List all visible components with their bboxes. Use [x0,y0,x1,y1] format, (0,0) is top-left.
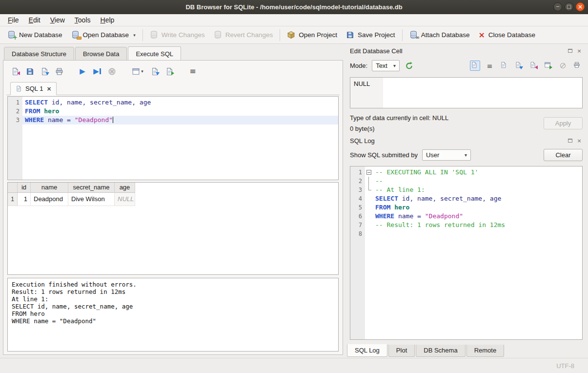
save-results-view-button[interactable] [149,65,161,77]
edit-cell-toolbar: Mode: Text ▾ ≡ [347,56,584,77]
float-panel-button[interactable] [567,47,573,54]
open-sql-file-icon [11,67,20,76]
encoding-indicator[interactable]: UTF-8 [556,362,574,370]
sql-code-area[interactable]: SELECT id, name, secret_name, age FROM h… [22,97,338,180]
tab-browse-data[interactable]: Browse Data [75,47,127,61]
column-header-age[interactable]: age [115,183,135,193]
cell-type-info: Type of data currently in cell: NULL [350,114,544,122]
menu-tools[interactable]: Tools [70,15,96,25]
fold-collapse-icon[interactable]: − [366,170,371,175]
sql-editor[interactable]: 1 2 3 SELECT id, name, secret_name, age … [7,96,339,180]
revert-changes-icon [214,31,222,39]
column-header-name[interactable]: name [31,183,68,193]
log-line: -- EXECUTING ALL IN 'SQL 1' [373,168,582,177]
grid-corner[interactable] [8,183,18,193]
save-data-file-button[interactable] [514,61,524,71]
cell-editor[interactable]: NULL [350,77,583,108]
window-title: DB Browser for SQLite - /home/user/code/… [0,3,588,11]
auto-switch-mode-button[interactable] [404,61,414,71]
cell-name[interactable]: Deadpond [31,193,68,206]
results-header-row: id name secret_name age [8,183,338,193]
stop-button[interactable] [106,65,118,77]
cell-secret-name[interactable]: Dive Wilson [68,193,115,206]
log-line: FROM hero [373,203,582,212]
statusbar: UTF-8 [0,358,588,373]
find-replace-icon [165,67,174,76]
sql-log-title: SQL Log [350,137,564,145]
execute-current-line-button[interactable]: ▶ [91,65,103,77]
clear-log-button[interactable]: Clear [544,149,583,161]
row-header[interactable]: 1 [8,193,18,206]
log-code-area[interactable]: -- EXECUTING ALL IN 'SQL 1' -- -- At lin… [373,166,582,339]
menu-view[interactable]: View [45,15,70,25]
export-data-button[interactable] [543,61,553,71]
cell-word-wrap-button[interactable]: ≡ [485,61,495,71]
open-sql-file-button[interactable] [9,65,21,77]
tab-execute-sql[interactable]: Execute SQL [128,46,181,61]
apply-button[interactable]: Apply [544,117,583,129]
attach-database-button[interactable]: ∞ Attach Database [405,28,474,41]
execute-line-bar-icon [100,68,101,74]
filter-label: Show SQL submitted by [350,151,418,159]
import-data-button[interactable] [528,61,539,71]
text-view-toggle-button[interactable] [470,61,480,71]
close-database-button[interactable]: × Close Database [474,29,539,41]
find-replace-button[interactable] [163,65,175,77]
main-toolbar: + New Database Open Database ▾ Write Cha… [0,26,588,44]
cell-age-null[interactable]: NULL [115,193,135,206]
float-icon [568,49,572,53]
titlebar[interactable]: DB Browser for SQLite - /home/user/code/… [0,0,588,14]
column-header-secret-name[interactable]: secret_name [68,183,115,193]
save-results-view-icon [151,67,159,76]
app-window: DB Browser for SQLite - /home/user/code/… [0,0,588,373]
maximize-button[interactable]: □ [565,2,573,11]
tab-db-schema[interactable]: DB Schema [416,345,465,357]
open-database-button[interactable]: Open Database ▾ [67,28,140,41]
toolbar-separator [280,29,280,41]
submitted-by-select[interactable]: User ▾ [422,149,471,161]
print-cell-button[interactable] [572,61,583,71]
tab-database-structure[interactable]: Database Structure [4,47,74,61]
maximize-icon: □ [567,4,571,9]
log-line: -- At line 1: [373,186,582,194]
open-data-file-button[interactable] [499,61,509,71]
close-window-button[interactable]: × [576,2,585,11]
set-null-button[interactable] [558,61,568,71]
cell-content: NULL [350,78,383,108]
open-project-icon [287,31,295,39]
minimize-button[interactable]: − [553,2,562,11]
close-icon: × [577,138,581,144]
word-wrap-button[interactable]: ≡ [187,65,199,77]
tab-remote[interactable]: Remote [466,345,505,357]
execute-all-button[interactable]: ▶ [77,65,88,77]
export-csv-button[interactable]: ▾ [129,65,146,77]
revert-changes-button[interactable]: Revert Changes [209,28,278,41]
sql-log-editor[interactable]: 12 34 56 78 − -- EXECUTING ALL IN 'SQL 1… [350,166,583,340]
import-data-icon [529,62,538,70]
open-database-icon [71,31,80,39]
menu-help[interactable]: Help [96,15,120,25]
menu-file[interactable]: File [3,15,24,25]
close-panel-button[interactable]: × [576,47,583,54]
sql-tab-close-icon[interactable]: × [46,85,51,92]
print-icon [573,62,582,70]
menu-edit[interactable]: Edit [24,15,45,25]
open-data-file-icon [500,62,508,70]
caret-down-icon: ▾ [141,69,143,74]
cell-id[interactable]: 1 [18,193,31,206]
tab-sql-log[interactable]: SQL Log [347,344,387,357]
mode-select[interactable]: Text ▾ [372,60,400,71]
write-changes-button[interactable]: Write Changes [145,28,209,41]
float-panel-button[interactable] [567,137,573,144]
column-header-id[interactable]: id [18,183,31,193]
close-panel-button[interactable]: × [576,137,583,144]
sql-tab[interactable]: SQL 1 × [10,82,57,95]
save-sql-file-as-button[interactable] [39,65,50,77]
print-sql-button[interactable] [53,65,65,77]
save-project-button[interactable]: Save Project [342,28,400,41]
tab-plot[interactable]: Plot [388,345,415,357]
save-sql-file-button[interactable] [24,65,36,77]
new-database-button[interactable]: + New Database [3,28,67,41]
caret-down-icon: ▾ [465,152,467,158]
open-project-button[interactable]: Open Project [283,28,342,41]
